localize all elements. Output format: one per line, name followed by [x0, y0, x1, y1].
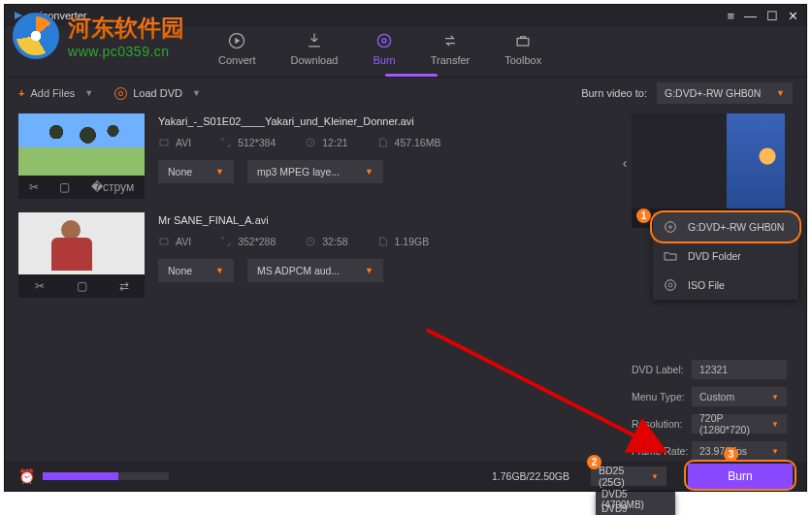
file-name: Yakari_-_S01E02____Yakari_und_Kleiner_Do…	[158, 115, 626, 127]
dest-folder-option[interactable]: DVD Folder	[653, 241, 798, 271]
app-title: uniconverter	[28, 10, 87, 21]
audio-select[interactable]: MS ADPCM aud...▼	[247, 259, 383, 282]
destination-menu: G:DVD+-RW GHB0N DVD Folder ISO File	[653, 212, 798, 300]
file-row: ✂ ▢ ⇄ Mr SANE_FINAL_A.avi AVI 352*288 32…	[18, 212, 626, 298]
nav-convert[interactable]: Convert	[218, 31, 256, 72]
nav-transfer[interactable]: Transfer	[431, 31, 471, 72]
svg-rect-8	[160, 239, 168, 244]
svg-point-4	[382, 39, 386, 43]
iso-icon	[663, 277, 678, 293]
disc-option-dvd9[interactable]: DVD9 (8500MB)	[596, 506, 675, 515]
svg-point-12	[666, 280, 676, 291]
nav-download[interactable]: Download	[291, 31, 339, 72]
dvd-drive-icon	[663, 219, 678, 235]
duration-icon	[305, 236, 316, 247]
menu-preview[interactable]: ◀ ● ○ ▶	[632, 113, 785, 228]
plus-icon: +	[18, 87, 24, 99]
file-name: Mr SANE_FINAL_A.avi	[158, 214, 626, 226]
disc-icon	[114, 87, 127, 100]
add-files-button[interactable]: + Add Files ▼	[18, 87, 93, 99]
maximize-button[interactable]: ☐	[766, 9, 778, 23]
subtitle-select[interactable]: None▼	[158, 160, 234, 183]
preview-prev-button[interactable]: ‹	[618, 156, 632, 170]
svg-point-13	[668, 283, 672, 287]
resolution-icon	[220, 137, 232, 148]
disc-type-dropdown: DVD5 (4700MB) DVD9 (8500MB) BD25 (25G) B…	[596, 492, 675, 515]
resolution-select[interactable]: 720P (1280*720)▼	[692, 414, 787, 434]
video-thumbnail[interactable]	[18, 113, 145, 176]
file-list: ✂ ▢ �струм Yakari_-_S01E02____Yakari_und…	[5, 108, 626, 462]
content-area: ✂ ▢ �струм Yakari_-_S01E02____Yakari_und…	[5, 108, 806, 462]
chevron-down-icon: ▼	[192, 88, 201, 98]
folder-icon	[663, 248, 678, 264]
dvd-label-input[interactable]: 12321	[692, 360, 787, 379]
app-window: 河东软件园 www.pc0359.cn uniconverter ≡ — ☐ ✕…	[4, 4, 807, 492]
svg-marker-2	[236, 38, 241, 45]
svg-rect-5	[517, 39, 529, 47]
burn-button[interactable]: Burn	[688, 464, 793, 489]
svg-rect-6	[160, 140, 168, 145]
capacity-bar	[43, 472, 169, 480]
convert-icon	[227, 31, 246, 50]
disc-type-select[interactable]: BD25 (25G)▼	[591, 467, 666, 486]
dest-drive-option[interactable]: G:DVD+-RW GHB0N	[653, 212, 798, 241]
format-icon	[158, 236, 170, 247]
secondary-bar: + Add Files ▼ Load DVD ▼ Burn video to: …	[5, 79, 806, 108]
svg-marker-0	[15, 12, 22, 19]
crop-icon[interactable]: ▢	[59, 180, 70, 194]
subtitle-select[interactable]: None▼	[158, 259, 234, 282]
annotation-badge-1: 1	[636, 209, 651, 223]
caret-down-icon: ▼	[776, 88, 785, 98]
trim-icon[interactable]: ✂	[29, 180, 39, 194]
svg-point-10	[666, 222, 676, 233]
annotation-badge-3: 3	[724, 447, 738, 462]
thumb-toolbar: ✂ ▢ �струм	[18, 176, 145, 199]
clock-icon[interactable]: ⏰	[18, 468, 35, 484]
toolbox-icon	[513, 31, 533, 50]
nav-burn[interactable]: Burn	[373, 31, 395, 72]
main-nav: Convert Download Burn Transfer Toolbox	[5, 26, 806, 79]
close-button[interactable]: ✕	[788, 9, 798, 23]
svg-point-3	[377, 34, 390, 47]
file-row: ✂ ▢ �струм Yakari_-_S01E02____Yakari_und…	[18, 113, 626, 199]
trim-icon[interactable]: ✂	[35, 279, 45, 293]
app-logo-icon	[13, 10, 24, 21]
chevron-down-icon: ▼	[84, 88, 93, 98]
load-dvd-button[interactable]: Load DVD ▼	[114, 87, 201, 100]
download-icon	[305, 31, 324, 50]
svg-point-11	[669, 226, 672, 229]
nav-toolbox[interactable]: Toolbox	[504, 31, 541, 72]
burn-icon	[374, 31, 394, 50]
duration-icon	[305, 137, 316, 148]
video-thumbnail[interactable]	[18, 212, 145, 274]
annotation-badge-2: 2	[587, 455, 601, 469]
resolution-icon	[220, 236, 232, 247]
transfer-icon	[440, 31, 460, 50]
burn-destination-select[interactable]: G:DVD+-RW GHB0N ▼	[657, 82, 793, 104]
burn-to-label: Burn video to:	[581, 87, 647, 99]
format-icon	[158, 137, 170, 148]
adjust-icon[interactable]: �струм	[91, 180, 134, 194]
framerate-select[interactable]: 23.976 fps▼	[692, 441, 787, 461]
thumb-toolbar: ✂ ▢ ⇄	[18, 274, 145, 298]
app-brand: uniconverter	[13, 10, 87, 21]
menu-button[interactable]: ≡	[727, 9, 734, 23]
titlebar: uniconverter ≡ — ☐ ✕	[5, 5, 806, 26]
capacity-text: 1.76GB/22.50GB	[492, 470, 569, 482]
minimize-button[interactable]: —	[744, 9, 757, 23]
adjust-icon[interactable]: ⇄	[119, 279, 129, 293]
bottom-bar: ⏰ 1.76GB/22.50GB BD25 (25G)▼ Burn	[5, 462, 806, 491]
filesize-icon	[377, 137, 389, 148]
menu-type-select[interactable]: Custom▼	[692, 387, 787, 406]
dest-iso-option[interactable]: ISO File	[653, 271, 798, 300]
audio-select[interactable]: mp3 MPEG laye...▼	[247, 160, 383, 183]
crop-icon[interactable]: ▢	[77, 279, 87, 293]
filesize-icon	[377, 236, 389, 247]
